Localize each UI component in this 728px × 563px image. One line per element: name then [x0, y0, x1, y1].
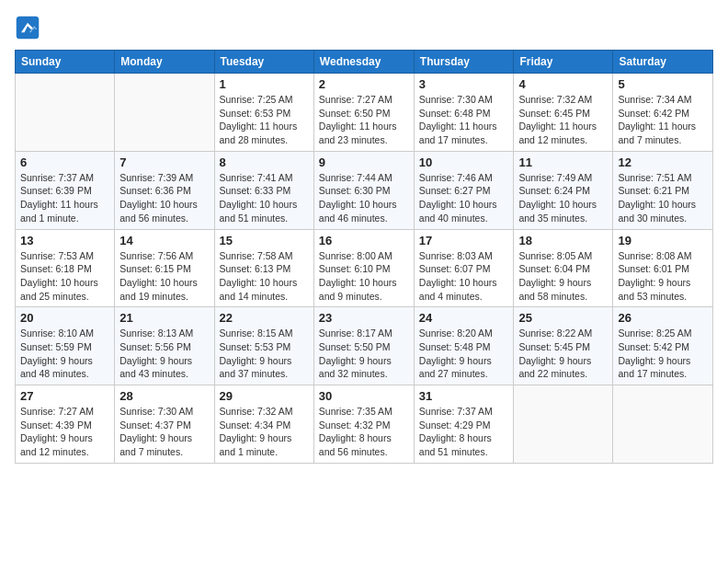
day-number: 25 [518, 311, 608, 325]
calendar-cell: 22Sunrise: 8:15 AM Sunset: 5:53 PM Dayli… [214, 307, 313, 385]
day-number: 3 [419, 77, 509, 91]
day-number: 20 [20, 311, 109, 325]
calendar-cell: 9Sunrise: 7:44 AM Sunset: 6:30 PM Daylig… [313, 151, 414, 229]
day-number: 10 [419, 155, 509, 169]
day-detail: Sunrise: 7:49 AM Sunset: 6:24 PM Dayligh… [518, 171, 608, 225]
calendar-table: SundayMondayTuesdayWednesdayThursdayFrid… [15, 50, 713, 464]
day-number: 17 [419, 234, 509, 247]
day-number: 30 [319, 389, 409, 403]
day-number: 22 [220, 311, 309, 325]
col-header-sunday: Sunday [16, 51, 115, 74]
calendar-week-row: 13Sunrise: 7:53 AM Sunset: 6:18 PM Dayli… [16, 229, 713, 307]
day-number: 23 [319, 311, 409, 325]
calendar-cell: 5Sunrise: 7:34 AM Sunset: 6:42 PM Daylig… [613, 74, 713, 152]
day-detail: Sunrise: 7:41 AM Sunset: 6:33 PM Dayligh… [220, 171, 309, 225]
day-number: 5 [618, 77, 708, 91]
day-number: 11 [518, 155, 608, 169]
day-detail: Sunrise: 7:27 AM Sunset: 6:50 PM Dayligh… [319, 93, 409, 147]
day-detail: Sunrise: 7:25 AM Sunset: 6:53 PM Dayligh… [220, 93, 309, 147]
calendar-cell: 7Sunrise: 7:39 AM Sunset: 6:36 PM Daylig… [115, 151, 214, 229]
col-header-wednesday: Wednesday [313, 51, 414, 74]
calendar-cell: 18Sunrise: 8:05 AM Sunset: 6:04 PM Dayli… [514, 229, 613, 307]
col-header-monday: Monday [115, 51, 214, 74]
day-detail: Sunrise: 8:05 AM Sunset: 6:04 PM Dayligh… [518, 249, 608, 304]
day-detail: Sunrise: 7:46 AM Sunset: 6:27 PM Dayligh… [419, 171, 509, 225]
day-detail: Sunrise: 7:30 AM Sunset: 6:48 PM Dayligh… [419, 93, 509, 147]
calendar-cell: 31Sunrise: 7:37 AM Sunset: 4:29 PM Dayli… [414, 385, 514, 464]
day-detail: Sunrise: 7:35 AM Sunset: 4:32 PM Dayligh… [319, 405, 409, 459]
day-number: 19 [618, 234, 708, 247]
calendar-cell: 20Sunrise: 8:10 AM Sunset: 5:59 PM Dayli… [16, 307, 115, 385]
day-detail: Sunrise: 8:08 AM Sunset: 6:01 PM Dayligh… [618, 249, 708, 304]
calendar-cell: 11Sunrise: 7:49 AM Sunset: 6:24 PM Dayli… [514, 151, 613, 229]
calendar-cell: 6Sunrise: 7:37 AM Sunset: 6:39 PM Daylig… [16, 151, 115, 229]
day-number: 13 [20, 234, 109, 247]
day-detail: Sunrise: 7:51 AM Sunset: 6:21 PM Dayligh… [618, 171, 708, 225]
day-number: 18 [518, 234, 608, 247]
calendar-cell [16, 74, 115, 152]
calendar-cell: 15Sunrise: 7:58 AM Sunset: 6:13 PM Dayli… [214, 229, 313, 307]
calendar-cell: 30Sunrise: 7:35 AM Sunset: 4:32 PM Dayli… [313, 385, 414, 464]
col-header-saturday: Saturday [613, 51, 713, 74]
day-number: 27 [20, 389, 109, 403]
day-number: 21 [119, 311, 209, 325]
day-number: 2 [319, 77, 409, 91]
day-number: 26 [618, 311, 708, 325]
day-detail: Sunrise: 8:25 AM Sunset: 5:42 PM Dayligh… [618, 327, 708, 381]
day-number: 4 [518, 77, 608, 91]
calendar-header-row: SundayMondayTuesdayWednesdayThursdayFrid… [16, 51, 713, 74]
calendar-cell: 12Sunrise: 7:51 AM Sunset: 6:21 PM Dayli… [613, 151, 713, 229]
day-number: 12 [618, 155, 708, 169]
day-detail: Sunrise: 7:56 AM Sunset: 6:15 PM Dayligh… [119, 249, 209, 304]
calendar-cell: 14Sunrise: 7:56 AM Sunset: 6:15 PM Dayli… [115, 229, 214, 307]
calendar-cell: 29Sunrise: 7:32 AM Sunset: 4:34 PM Dayli… [214, 385, 313, 464]
day-number: 16 [319, 234, 409, 247]
calendar-cell: 19Sunrise: 8:08 AM Sunset: 6:01 PM Dayli… [613, 229, 713, 307]
day-number: 14 [119, 234, 209, 247]
day-number: 9 [319, 155, 409, 169]
calendar-cell: 27Sunrise: 7:27 AM Sunset: 4:39 PM Dayli… [16, 385, 115, 464]
calendar-week-row: 1Sunrise: 7:25 AM Sunset: 6:53 PM Daylig… [16, 74, 713, 152]
calendar-cell: 10Sunrise: 7:46 AM Sunset: 6:27 PM Dayli… [414, 151, 514, 229]
calendar-cell: 2Sunrise: 7:27 AM Sunset: 6:50 PM Daylig… [313, 74, 414, 152]
day-number: 29 [220, 389, 309, 403]
day-number: 31 [419, 389, 509, 403]
calendar-cell: 23Sunrise: 8:17 AM Sunset: 5:50 PM Dayli… [313, 307, 414, 385]
day-detail: Sunrise: 8:17 AM Sunset: 5:50 PM Dayligh… [319, 327, 409, 381]
calendar-week-row: 27Sunrise: 7:27 AM Sunset: 4:39 PM Dayli… [16, 385, 713, 464]
page-header [15, 15, 713, 40]
day-number: 1 [220, 77, 309, 91]
col-header-friday: Friday [514, 51, 613, 74]
day-detail: Sunrise: 7:27 AM Sunset: 4:39 PM Dayligh… [20, 405, 109, 459]
calendar-cell: 1Sunrise: 7:25 AM Sunset: 6:53 PM Daylig… [214, 74, 313, 152]
calendar-cell: 25Sunrise: 8:22 AM Sunset: 5:45 PM Dayli… [514, 307, 613, 385]
day-detail: Sunrise: 8:15 AM Sunset: 5:53 PM Dayligh… [220, 327, 309, 381]
day-detail: Sunrise: 7:58 AM Sunset: 6:13 PM Dayligh… [220, 249, 309, 304]
calendar-cell: 3Sunrise: 7:30 AM Sunset: 6:48 PM Daylig… [414, 74, 514, 152]
calendar-cell: 24Sunrise: 8:20 AM Sunset: 5:48 PM Dayli… [414, 307, 514, 385]
calendar-cell [613, 385, 713, 464]
day-detail: Sunrise: 8:13 AM Sunset: 5:56 PM Dayligh… [119, 327, 209, 381]
calendar-cell: 8Sunrise: 7:41 AM Sunset: 6:33 PM Daylig… [214, 151, 313, 229]
day-detail: Sunrise: 7:53 AM Sunset: 6:18 PM Dayligh… [20, 249, 109, 304]
day-detail: Sunrise: 8:20 AM Sunset: 5:48 PM Dayligh… [419, 327, 509, 381]
logo-icon [15, 15, 40, 40]
day-detail: Sunrise: 7:39 AM Sunset: 6:36 PM Dayligh… [119, 171, 209, 225]
calendar-cell: 17Sunrise: 8:03 AM Sunset: 6:07 PM Dayli… [414, 229, 514, 307]
col-header-tuesday: Tuesday [214, 51, 313, 74]
day-detail: Sunrise: 7:34 AM Sunset: 6:42 PM Dayligh… [618, 93, 708, 147]
calendar-cell: 21Sunrise: 8:13 AM Sunset: 5:56 PM Dayli… [115, 307, 214, 385]
day-number: 24 [419, 311, 509, 325]
calendar-week-row: 20Sunrise: 8:10 AM Sunset: 5:59 PM Dayli… [16, 307, 713, 385]
calendar-week-row: 6Sunrise: 7:37 AM Sunset: 6:39 PM Daylig… [16, 151, 713, 229]
day-detail: Sunrise: 8:00 AM Sunset: 6:10 PM Dayligh… [319, 249, 409, 304]
day-detail: Sunrise: 8:10 AM Sunset: 5:59 PM Dayligh… [20, 327, 109, 381]
day-detail: Sunrise: 7:37 AM Sunset: 4:29 PM Dayligh… [419, 405, 509, 459]
day-detail: Sunrise: 8:03 AM Sunset: 6:07 PM Dayligh… [419, 249, 509, 304]
day-number: 28 [119, 389, 209, 403]
day-number: 6 [20, 155, 109, 169]
day-number: 8 [220, 155, 309, 169]
calendar-cell: 4Sunrise: 7:32 AM Sunset: 6:45 PM Daylig… [514, 74, 613, 152]
day-detail: Sunrise: 7:44 AM Sunset: 6:30 PM Dayligh… [319, 171, 409, 225]
day-number: 15 [220, 234, 309, 247]
